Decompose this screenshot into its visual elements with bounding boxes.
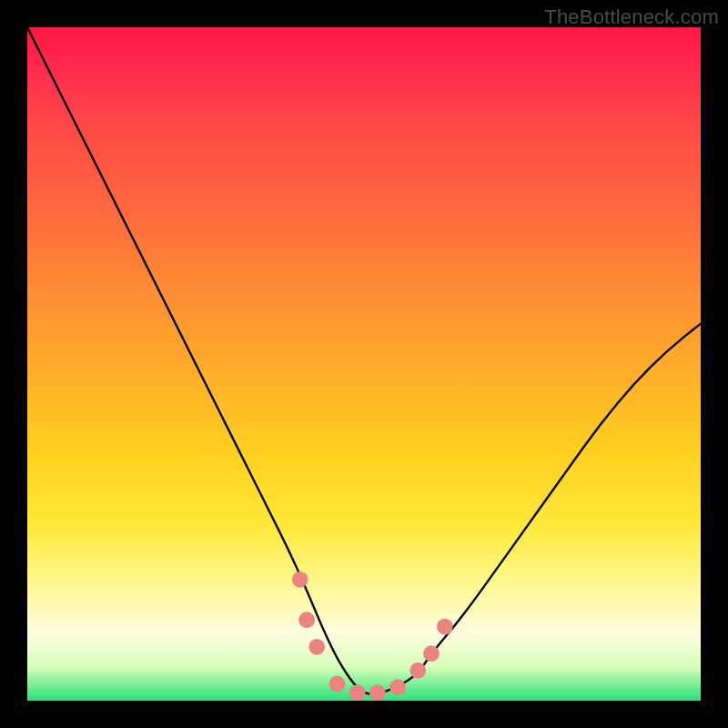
chart-stage: TheBottleneck.com xyxy=(0,0,728,728)
left-dot-upper xyxy=(292,571,308,588)
valley-dot-3 xyxy=(369,684,386,701)
plot-area xyxy=(27,27,701,701)
valley-dot-4 xyxy=(389,679,406,695)
right-dot-upper xyxy=(437,619,453,635)
marker-group xyxy=(292,571,453,701)
left-dot-lower2 xyxy=(308,639,325,655)
right-dot-mid xyxy=(423,645,440,662)
bottleneck-curve xyxy=(27,27,701,694)
valley-dot-1 xyxy=(329,676,346,693)
valley-dot-2 xyxy=(349,684,366,701)
chart-svg xyxy=(27,27,701,701)
watermark-text: TheBottleneck.com xyxy=(544,5,719,29)
left-dot-lower xyxy=(298,612,315,628)
right-dot-lower xyxy=(410,662,426,679)
